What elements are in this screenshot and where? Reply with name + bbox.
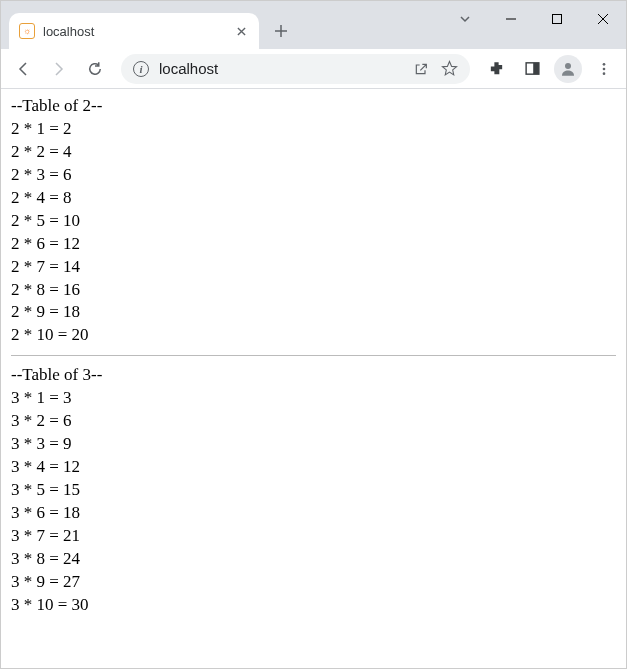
share-button[interactable] [412,60,430,78]
extensions-button[interactable] [480,53,512,85]
table-row: 3 * 4 = 12 [11,456,616,479]
new-tab-button[interactable] [267,17,295,45]
svg-point-6 [603,72,606,75]
table-row: 3 * 8 = 24 [11,548,616,571]
table-row: 2 * 6 = 12 [11,233,616,256]
reload-button[interactable] [79,53,111,85]
tab-search-button[interactable] [442,1,488,37]
profile-button[interactable] [554,55,582,83]
xampp-favicon-icon: ☼ [19,23,35,39]
tabbar: ☼ localhost [1,9,295,49]
table-row: 3 * 9 = 27 [11,571,616,594]
forward-button[interactable] [43,53,75,85]
table-row: 3 * 2 = 6 [11,410,616,433]
table-row: 3 * 3 = 9 [11,433,616,456]
table-row: 2 * 10 = 20 [11,324,616,347]
back-button[interactable] [7,53,39,85]
divider [11,355,616,356]
table-row: 2 * 4 = 8 [11,187,616,210]
svg-rect-0 [553,15,562,24]
table-row: 2 * 8 = 16 [11,279,616,302]
minimize-button[interactable] [488,1,534,37]
side-panel-button[interactable] [516,53,548,85]
page-content: --Table of 2-- 2 * 1 = 2 2 * 2 = 4 2 * 3… [1,89,626,669]
svg-point-4 [603,63,606,66]
svg-rect-2 [533,63,539,74]
toolbar: i localhost [1,49,626,89]
browser-tab[interactable]: ☼ localhost [9,13,259,49]
table-row: 2 * 2 = 4 [11,141,616,164]
table-row: 2 * 9 = 18 [11,301,616,324]
table-row: 2 * 5 = 10 [11,210,616,233]
table-row: 2 * 3 = 6 [11,164,616,187]
table-row: 3 * 10 = 30 [11,594,616,617]
bookmark-button[interactable] [440,60,458,78]
close-tab-button[interactable] [233,23,249,39]
url-text: localhost [159,60,402,77]
table-row: 3 * 1 = 3 [11,387,616,410]
table-header: --Table of 3-- [11,364,616,387]
svg-point-3 [565,63,571,69]
svg-point-5 [603,67,606,70]
window-controls [442,1,626,37]
table-row: 3 * 5 = 15 [11,479,616,502]
titlebar: ☼ localhost [1,1,626,49]
menu-button[interactable] [588,53,620,85]
table-row: 3 * 7 = 21 [11,525,616,548]
address-bar[interactable]: i localhost [121,54,470,84]
site-info-icon[interactable]: i [133,61,149,77]
table-header: --Table of 2-- [11,95,616,118]
tab-title: localhost [43,24,225,39]
table-row: 3 * 6 = 18 [11,502,616,525]
table-row: 2 * 1 = 2 [11,118,616,141]
maximize-button[interactable] [534,1,580,37]
close-window-button[interactable] [580,1,626,37]
table-row: 2 * 7 = 14 [11,256,616,279]
